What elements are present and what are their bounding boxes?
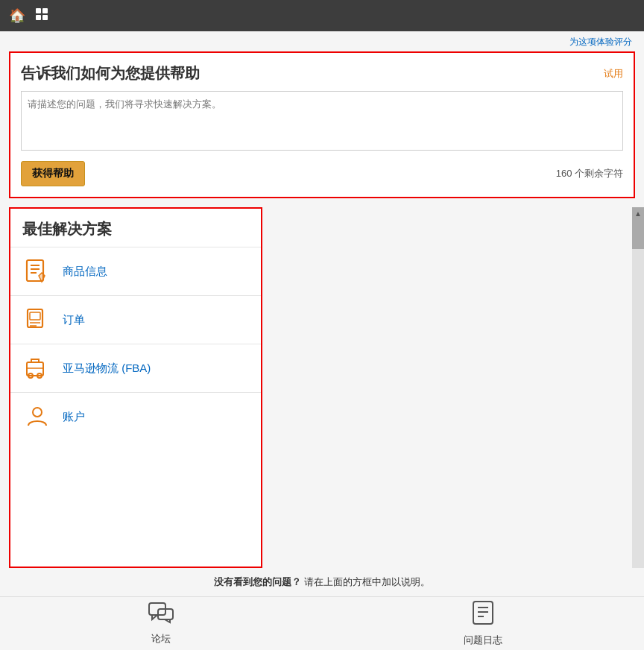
home-icon[interactable]: 🏠 [9,7,25,24]
solutions-wrapper: 最佳解决方案 商品信息 [0,207,644,568]
help-box-header: 告诉我们如何为您提供帮助 试用 [21,63,623,83]
fba-icon [22,353,52,383]
bottom-note-prefix: 没有看到您的问题？ [214,576,301,587]
product-info-icon [22,256,52,286]
bottom-navigation: 论坛 问题日志 [0,596,644,650]
svg-rect-3 [42,15,48,20]
orders-icon [22,305,52,335]
main-content: 为这项体验评分 告诉我们如何为您提供帮助 试用 获得帮助 160 个剩余字符 最… [0,31,644,596]
solution-item-fba[interactable]: 亚马逊物流 (FBA) [10,344,261,392]
solution-label-account: 账户 [63,410,85,424]
issue-log-icon [471,600,495,631]
issue-log-label: 问题日志 [464,634,502,647]
solution-item-product-info[interactable]: 商品信息 [10,247,261,295]
scroll-up-arrow[interactable]: ▲ [632,207,644,219]
feedback-section: 为这项体验评分 [0,31,644,51]
char-count: 160 个剩余字符 [556,167,623,180]
svg-rect-1 [42,8,48,13]
help-textarea[interactable] [21,91,623,151]
account-icon [22,402,52,432]
solution-label-orders: 订单 [63,313,85,327]
scrollbar[interactable]: ▲ [632,207,644,568]
forum-label: 论坛 [151,632,171,646]
scroll-track[interactable] [632,219,644,568]
solutions-box: 最佳解决方案 商品信息 [9,207,262,568]
scroll-thumb[interactable] [632,219,644,249]
svg-rect-9 [30,312,40,320]
solutions-title: 最佳解决方案 [10,209,261,247]
issue-log-nav-item[interactable]: 问题日志 [322,597,644,650]
bottom-note-suffix: 请在上面的方框中加以说明。 [304,576,430,587]
solution-item-account[interactable]: 账户 [10,392,261,441]
solution-label-product-info: 商品信息 [63,265,107,279]
get-help-button[interactable]: 获得帮助 [21,161,85,186]
forum-nav-item[interactable]: 论坛 [0,597,322,650]
help-box-footer: 获得帮助 160 个剩余字符 [21,161,623,186]
solution-label-fba: 亚马逊物流 (FBA) [63,362,151,376]
top-navigation: 🏠 [0,0,644,31]
svg-rect-2 [36,15,41,20]
feedback-link[interactable]: 为这项体验评分 [569,37,632,47]
svg-rect-0 [36,8,41,13]
bottom-note: 没有看到您的问题？ 请在上面的方框中加以说明。 [0,568,644,596]
forum-icon [148,602,174,629]
separator-icon [34,7,49,25]
help-box: 告诉我们如何为您提供帮助 试用 获得帮助 160 个剩余字符 [9,51,635,198]
help-box-title: 告诉我们如何为您提供帮助 [21,63,200,83]
trial-link[interactable]: 试用 [604,67,623,81]
solution-item-orders[interactable]: 订单 [10,295,261,344]
svg-point-17 [33,408,42,417]
